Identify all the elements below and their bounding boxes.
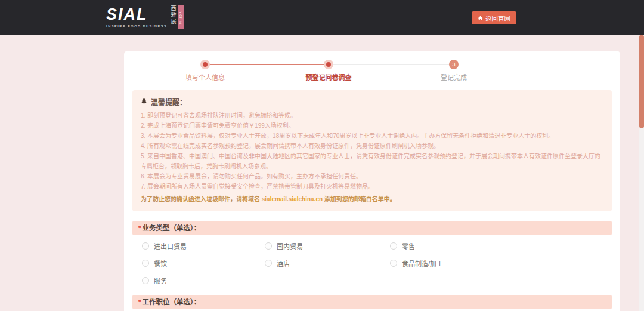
section-header-job-position: *工作职位（单选）：: [132, 295, 612, 309]
radio-icon[interactable]: [265, 260, 272, 267]
whitelist-note-suffix: 添加到您的邮箱白名单中。: [323, 196, 396, 202]
radio-label: 食品制造/加工: [402, 258, 443, 268]
radio-icon[interactable]: [142, 260, 149, 267]
radio-label: 进出口贸易: [154, 241, 187, 251]
step3-label: 登记完成: [441, 72, 467, 82]
sial-email-domain-link[interactable]: sialemail.sialchina.cn: [262, 196, 323, 202]
radio-icon[interactable]: [390, 260, 397, 267]
radio-option-service[interactable]: 服务: [142, 276, 265, 285]
step1-dot-icon: [200, 60, 210, 69]
section-title-job-position: 工作职位（单选）：: [142, 298, 200, 306]
top-header-bar: SIAL INSPIRE FOOD BUSINESS 西雅展 in China …: [0, 0, 644, 35]
stepper-line-upcoming: [329, 64, 454, 65]
sial-logo-badge: in China: [178, 5, 184, 29]
back-to-official-site-button[interactable]: 返回官网: [472, 11, 516, 24]
step3-number-icon: 3: [449, 60, 459, 69]
reminder-item: 1. 即刻预登记可省去现场排队注册时间，避免拥挤和等候。: [141, 110, 603, 121]
registration-card: 填写个人信息 预登记问卷调查 3 登记完成 温馨提醒： 1. 即刻预登记可省去现…: [124, 51, 620, 311]
whitelist-note: 为了防止您的确认函进入垃圾邮件，请将域名 sialemail.sialchina…: [141, 194, 603, 204]
business-type-options: 进出口贸易 国内贸易 零售 餐饮 酒店 食品制造/加工 服务: [132, 235, 612, 285]
reminder-title: 温馨提醒：: [151, 97, 187, 107]
reminder-item: 6. 本展会为专业贸易展会，请勿购买任何产品。如有购买，主办方不承担任何责任。: [141, 171, 603, 181]
required-asterisk: *: [138, 298, 141, 306]
sial-logo: SIAL INSPIRE FOOD BUSINESS 西雅展 in China: [106, 5, 184, 29]
step2-label: 预登记问卷调查: [306, 72, 352, 82]
radio-label: 餐饮: [154, 258, 167, 268]
reminder-item: 3. 本展会为专业食品饮料展，仅对专业人士开放，18周岁以下未成年人和70周岁以…: [141, 131, 603, 141]
radio-option-food-manufacturing[interactable]: 食品制造/加工: [390, 258, 612, 268]
page-scrollbar-thumb[interactable]: [639, 35, 644, 128]
radio-icon[interactable]: [142, 277, 149, 284]
radio-option-retail[interactable]: 零售: [390, 241, 612, 251]
page-scrollbar-track[interactable]: [639, 35, 644, 311]
reminder-item: 4. 所有观众需在线完成实名参观预约登记，展会期间请携带本人有效身份证原件，凭身…: [141, 141, 603, 151]
radio-option-hotel[interactable]: 酒店: [265, 258, 390, 268]
sial-logo-brand: SIAL: [106, 5, 167, 23]
reminder-notice-box: 温馨提醒： 1. 即刻预登记可省去现场排队注册时间，避免拥挤和等候。 2. 完成…: [132, 90, 612, 211]
home-icon: [478, 16, 483, 21]
whitelist-note-prefix: 为了防止您的确认函进入垃圾邮件，请将域名: [141, 196, 262, 202]
sial-logo-tagline: INSPIRE FOOD BUSINESS: [106, 24, 167, 28]
sial-logo-chinese: 西雅展: [170, 5, 176, 28]
section-title-business-type: 业务类型（单选）：: [142, 224, 200, 232]
step2-dot-icon: [324, 60, 333, 69]
step1-label: 填写个人信息: [185, 72, 225, 82]
radio-label: 服务: [154, 276, 167, 285]
reminder-item: 5. 来自中国香港、中国澳门、中国台湾及非中国大陆地区的其它国家的专业人士，请凭…: [141, 151, 603, 171]
bell-icon: [141, 97, 147, 106]
reminder-title-row: 温馨提醒：: [141, 97, 603, 107]
radio-option-import-export[interactable]: 进出口贸易: [142, 241, 265, 251]
progress-stepper: 填写个人信息 预登记问卷调查 3 登记完成: [132, 51, 612, 85]
required-asterisk: *: [138, 224, 141, 232]
radio-label: 零售: [402, 241, 415, 251]
back-button-label: 返回官网: [485, 14, 510, 23]
radio-option-catering[interactable]: 餐饮: [142, 258, 265, 268]
radio-label: 酒店: [277, 258, 290, 268]
radio-icon[interactable]: [265, 242, 272, 250]
reminder-item: 7. 展会期间所有入场人员需自觉接受安全检查，严禁携带管制刀具及打火机等易燃物品…: [141, 181, 603, 192]
radio-icon[interactable]: [142, 242, 149, 250]
reminder-item: 2. 完成上海预登记门票申请可免费享价值￥199入场权利。: [141, 121, 603, 131]
radio-option-domestic-trade[interactable]: 国内贸易: [265, 241, 390, 251]
section-header-business-type: *业务类型（单选）：: [132, 221, 612, 235]
sial-logo-badge-text: in China: [179, 10, 182, 25]
radio-label: 国内贸易: [277, 241, 303, 251]
stepper-line-completed: [205, 64, 329, 65]
radio-icon[interactable]: [390, 242, 397, 250]
sial-logo-main: SIAL INSPIRE FOOD BUSINESS: [106, 5, 167, 28]
